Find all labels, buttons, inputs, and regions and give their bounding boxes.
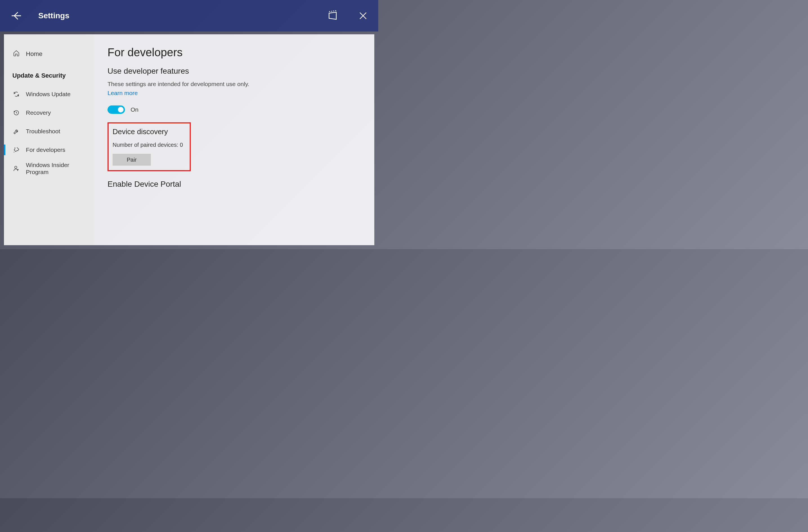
person-icon xyxy=(13,165,20,172)
sidebar-item-label: Recovery xyxy=(26,109,51,116)
paired-devices-count: Number of paired devices: 0 xyxy=(113,142,186,148)
close-button[interactable] xyxy=(356,9,370,22)
sync-icon xyxy=(13,91,20,98)
sidebar: Home Update & Security Windows Update Re… xyxy=(4,34,93,245)
sidebar-item-insider-program[interactable]: Windows Insider Program xyxy=(4,159,93,178)
home-icon xyxy=(13,50,20,58)
sidebar-home-label: Home xyxy=(26,50,42,58)
page-title: For developers xyxy=(108,46,360,59)
device-discovery-highlight: Device discovery Number of paired device… xyxy=(108,122,191,171)
window-mode-icon[interactable] xyxy=(326,9,339,22)
app-title: Settings xyxy=(38,11,69,20)
titlebar: Settings xyxy=(0,0,378,32)
toggle-state-label: On xyxy=(131,106,139,113)
sidebar-item-label: Windows Update xyxy=(26,91,71,98)
sidebar-group-label: Update & Security xyxy=(4,62,93,85)
wrench-icon xyxy=(13,128,20,135)
learn-more-link[interactable]: Learn more xyxy=(108,90,137,96)
tools-icon xyxy=(13,147,20,153)
sidebar-item-label: Troubleshoot xyxy=(26,128,60,135)
svg-point-0 xyxy=(15,166,17,168)
sidebar-item-recovery[interactable]: Recovery xyxy=(4,103,93,122)
sidebar-item-windows-update[interactable]: Windows Update xyxy=(4,85,93,103)
app-body: Home Update & Security Windows Update Re… xyxy=(4,34,374,245)
device-discovery-heading: Device discovery xyxy=(113,127,186,136)
dev-features-toggle[interactable] xyxy=(108,106,125,114)
sidebar-item-label: Windows Insider Program xyxy=(26,162,74,175)
dev-features-heading: Use developer features xyxy=(108,66,360,76)
pair-button[interactable]: Pair xyxy=(113,154,151,166)
sidebar-item-label: For developers xyxy=(26,146,65,153)
content-area: For developers Use developer features Th… xyxy=(93,34,374,245)
enable-device-portal-heading: Enable Device Portal xyxy=(108,180,360,189)
back-button[interactable] xyxy=(8,8,24,24)
history-icon xyxy=(13,109,20,116)
dev-features-desc: These settings are intended for developm… xyxy=(108,81,360,88)
sidebar-home[interactable]: Home xyxy=(4,46,93,62)
sidebar-item-troubleshoot[interactable]: Troubleshoot xyxy=(4,122,93,140)
sidebar-item-for-developers[interactable]: For developers xyxy=(4,140,93,159)
